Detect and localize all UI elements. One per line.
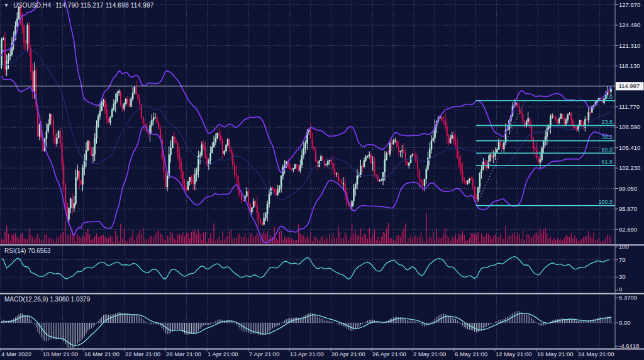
time-axis-label: 4 Mar 2022 [1, 351, 31, 357]
current-price-label: 114.997 [619, 82, 640, 89]
bull-bodies [1, 7, 612, 224]
grid-lines [0, 0, 615, 349]
price-axis-label: 124.490 [619, 21, 640, 28]
time-axis-label: 28 Mar 21:00 [166, 351, 201, 357]
macd-axis-label: 0.00 [619, 319, 631, 326]
time-axis-label: 22 Mar 21:00 [125, 351, 160, 357]
fib-level-label: 100.0 [598, 199, 613, 205]
price-axis-label: 92.690 [619, 226, 637, 233]
mt4-chart-window: 0.023.638.250.061.8100.0127.670124.49012… [0, 0, 644, 360]
price-axis-label: 127.670 [619, 1, 640, 8]
price-axis-label: 108.590 [619, 123, 640, 130]
price-axis-label: 99.050 [619, 185, 637, 192]
rsi-axis-label: 100 [619, 243, 629, 250]
time-axis-label: 7 Apr 21:00 [249, 351, 280, 357]
macd-panel [2, 311, 611, 349]
symbol-timeframe-label: USOUSD,H4 [13, 2, 51, 9]
rsi-axis-label: 30 [619, 273, 626, 280]
time-axis: 4 Mar 202210 Mar 21:0016 Mar 21:0022 Mar… [1, 349, 614, 357]
time-axis-label: 1 Apr 21:00 [208, 351, 238, 357]
price-axis-label: 121.310 [619, 42, 640, 49]
price-axis-label: 95.870 [619, 205, 637, 212]
time-axis-label: 10 Mar 21:00 [43, 351, 78, 357]
bull-wicks [2, 6, 611, 225]
time-axis-label: 16 Mar 21:00 [84, 351, 119, 357]
time-axis-label: 20 Apr 21:00 [331, 351, 365, 357]
time-axis-label: 13 Apr 21:00 [290, 351, 324, 357]
time-axis-label: 24 May 21:00 [578, 351, 614, 357]
time-axis-label: 18 May 21:00 [537, 351, 574, 357]
rsi-axis-label: 0 [619, 286, 622, 293]
volume-bars [2, 213, 611, 244]
bollinger-bands [2, 0, 611, 243]
fib-level-label: 50.0 [601, 147, 613, 153]
fib-level-label: 23.6 [601, 119, 613, 125]
bear-bodies [4, 7, 610, 224]
bear-wicks [5, 4, 609, 227]
volume-histogram [2, 213, 611, 244]
bollinger-middle-band [2, 50, 611, 200]
time-axis-label: 26 Apr 21:00 [372, 351, 406, 357]
panel-separators [0, 0, 644, 349]
time-axis-label: 12 May 21:00 [496, 351, 532, 357]
price-axis-label: 118.130 [619, 62, 640, 69]
price-axis-label: 105.410 [619, 144, 640, 151]
macd-indicator-label: MACD(12,26,9) 1.3060 1.0379 [4, 296, 90, 303]
price-axis: 127.670124.490121.310118.130111.770108.5… [615, 1, 644, 349]
fib-level-label: 61.8 [601, 159, 613, 165]
ohlc-values: 114.790 115.217 114.698 114.997 [55, 2, 153, 9]
price-chart-canvas[interactable]: 0.023.638.250.061.8100.0127.670124.49012… [0, 0, 644, 360]
macd-axis-label: 5.3709 [619, 294, 637, 301]
rsi-indicator-label: RSI(14) 70.6563 [4, 247, 50, 254]
fib-level-label: 0.0 [604, 94, 613, 100]
time-axis-label: 6 May 21:00 [455, 351, 487, 357]
symbol-dropdown-icon[interactable]: ▼ [4, 3, 9, 8]
rsi-axis-label: 70 [619, 256, 626, 263]
price-axis-label: 102.230 [619, 164, 640, 171]
price-axis-label: 111.770 [619, 103, 640, 110]
chart-header: ▼ USOUSD,H4 114.790 115.217 114.698 114.… [4, 2, 153, 9]
fib-level-label: 38.2 [601, 134, 613, 140]
macd-axis-label: -4.6418 [619, 342, 639, 349]
time-axis-label: 2 May 21:00 [413, 351, 446, 357]
candlesticks [1, 4, 612, 227]
